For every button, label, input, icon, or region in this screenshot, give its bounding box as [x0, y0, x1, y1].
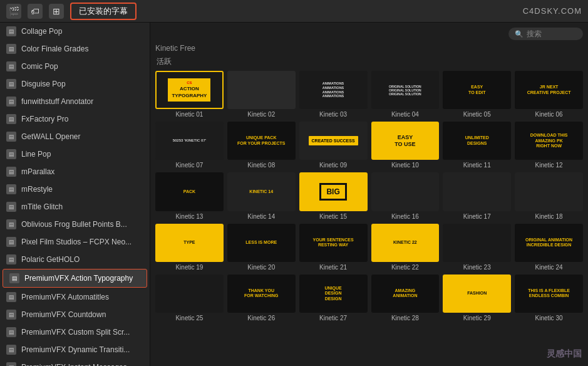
search-input[interactable]: [527, 29, 577, 38]
thumbnail-k27: UNIQUE DESIGN DESIGN: [299, 274, 368, 313]
grid-item-label: Kinetic 26: [247, 315, 275, 322]
tag-icon[interactable]: 🏷: [28, 4, 43, 19]
grid-item[interactable]: UNIQUE DESIGN DESIGNKinetic 27: [299, 274, 368, 322]
sidebar-item[interactable]: ▤PremiumVFX Instant Messages: [0, 358, 150, 366]
sidebar-item-label: Polaric GetHOLO: [21, 255, 80, 264]
sidebar-item[interactable]: ▤funwithstuff Annotator: [0, 93, 150, 110]
thumbnail-k22: Kinetic 22: [371, 224, 440, 262]
grid-item[interactable]: Kinetic 16: [371, 172, 440, 219]
grid-item[interactable]: ORIGINAL ANIMATION INCREDIBLE DESIGNKine…: [515, 224, 583, 271]
sidebar-item[interactable]: ▤PremiumVFX Automatitles: [0, 288, 150, 306]
grid-item[interactable]: EASY TO USEKinetic 10: [371, 122, 440, 169]
grid-item[interactable]: THANK YOU FOR WATCHINGKinetic 26: [227, 274, 296, 322]
sidebar-item[interactable]: ▤PremiumVFX Countdown: [0, 306, 150, 323]
grid-item[interactable]: JR NEXT CREATIVE PROJECTKinetic 06: [515, 71, 583, 118]
sidebar-item[interactable]: ▤mRestyle: [0, 180, 150, 198]
sidebar-item[interactable]: ▤Color Finale Grades: [0, 40, 150, 58]
thumbnail-k09: CREATED SUCCESS: [299, 122, 368, 160]
sidebar-item[interactable]: ▤PremiumVFX Action Typography: [3, 269, 147, 288]
kinetic-free-header: Kinetic Free: [155, 44, 583, 53]
grid-item[interactable]: BIGKinetic 15: [299, 172, 368, 219]
thumbnail-k13: PACK: [155, 172, 224, 211]
grid-icon[interactable]: ⊞: [49, 4, 64, 19]
sidebar-item[interactable]: ▤Line Pop: [0, 145, 150, 163]
grid-item-label: Kinetic 16: [391, 213, 419, 220]
grid-item[interactable]: LESS IS MOREKinetic 20: [227, 224, 296, 271]
search-wrap[interactable]: 🔍: [508, 28, 583, 40]
grid-item[interactable]: 50253 'Kinetic 07'Kinetic 07: [155, 122, 224, 169]
grid-item[interactable]: ORIGINAL SOLUTION ORIGINAL SOLUTION ORIG…: [371, 71, 440, 118]
sidebar-item[interactable]: ▤GetWALL Opener: [0, 128, 150, 145]
grid-item[interactable]: Kinetic 02: [227, 71, 296, 118]
grid-item[interactable]: AMAZING ANIMATIONKinetic 28: [371, 274, 440, 322]
sidebar-item-label: mRestyle: [21, 185, 53, 194]
grid-item-label: Kinetic 28: [391, 315, 419, 322]
thumbnail-k05: EASY TO EDIT: [443, 71, 511, 109]
grid-item-label: Kinetic 24: [535, 264, 563, 271]
grid-item[interactable]: Kinetic 14Kinetic 14: [227, 172, 296, 219]
grid-item[interactable]: Kinetic 25: [155, 274, 224, 322]
grid-item[interactable]: CSACTIONTYPOGRAPHYKinetic 01: [155, 71, 224, 118]
thumbnail-k10: EASY TO USE: [371, 122, 440, 160]
sidebar-item-label: GetWALL Opener: [21, 132, 81, 141]
grid-item[interactable]: Kinetic 17: [443, 172, 511, 219]
grid-item[interactable]: ANIMATIONS ANIMATIONS ANIMATIONS ANIMATI…: [299, 71, 368, 118]
grid-item-label: Kinetic 29: [463, 315, 491, 322]
grid-item[interactable]: YOUR SENTENCES RESTING WAYKinetic 21: [299, 224, 368, 271]
thumbnail-k26: THANK YOU FOR WATCHING: [227, 274, 296, 313]
grid-item-label: Kinetic 17: [463, 213, 491, 220]
sidebar-item[interactable]: ▤mParallax: [0, 163, 150, 180]
installed-tab[interactable]: 已安装的字幕: [70, 3, 137, 20]
sidebar-item-label: Collage Pop: [21, 27, 62, 36]
thumbnail-k03: ANIMATIONS ANIMATIONS ANIMATIONS ANIMATI…: [299, 71, 368, 109]
grid-item[interactable]: FASHIONKinetic 29: [443, 274, 511, 322]
search-icon: 🔍: [515, 30, 524, 38]
sidebar-item[interactable]: ▤mTitle Glitch: [0, 198, 150, 216]
sidebar-item-label: PremiumVFX Dynamic Transiti...: [21, 345, 130, 354]
plugin-icon: ▤: [6, 254, 16, 264]
thumbnail-k02: [227, 71, 296, 109]
grid-item[interactable]: THIS IS A FLEXIBLE ENDLESS COMBINKinetic…: [515, 274, 583, 322]
grid-item[interactable]: UNIQUE PACK FOR YOUR PROJECTSKinetic 08: [227, 122, 296, 169]
plugin-icon: ▤: [6, 97, 16, 107]
plugin-icon: ▤: [6, 292, 16, 302]
grid-item[interactable]: DOWNLOAD THIS AMAZING PK RIGHT NOWKineti…: [515, 122, 583, 169]
grid-item-label: Kinetic 02: [247, 111, 275, 118]
grid-item-label: Kinetic 22: [391, 264, 419, 271]
thumbnail-k17: [443, 172, 511, 211]
film-icon[interactable]: 🎬: [6, 4, 21, 19]
sidebar-item[interactable]: ▤Disguise Pop: [0, 75, 150, 93]
grid-item[interactable]: PACKKinetic 13: [155, 172, 224, 219]
grid-item-label: Kinetic 18: [535, 213, 563, 220]
grid-item-label: Kinetic 08: [247, 162, 275, 169]
sidebar-item[interactable]: ▤Polaric GetHOLO: [0, 251, 150, 268]
grid-item-label: Kinetic 20: [247, 264, 275, 271]
thumbnail-k21: YOUR SENTENCES RESTING WAY: [299, 224, 368, 262]
search-bar: 🔍: [155, 28, 583, 40]
sidebar-item[interactable]: ▤PremiumVFX Dynamic Transiti...: [0, 341, 150, 358]
grid-item-label: Kinetic 11: [463, 162, 491, 169]
sidebar-item-label: PremiumVFX Custom Split Scr...: [21, 328, 130, 337]
sidebar-item[interactable]: ▤Oblivious Frog Bullet Points B...: [0, 216, 150, 233]
sidebar-item[interactable]: ▤Pixel Film Studios – FCPX Neo...: [0, 233, 150, 251]
grid-item[interactable]: UNLIMITED DESIGNSKinetic 11: [443, 122, 511, 169]
grid-item[interactable]: EASY TO EDITKinetic 05: [443, 71, 511, 118]
sidebar-item-label: Disguise Pop: [21, 80, 66, 88]
grid-item[interactable]: Kinetic 18: [515, 172, 583, 219]
sidebar-item[interactable]: ▤PremiumVFX Custom Split Scr...: [0, 323, 150, 341]
grid-item-label: Kinetic 13: [175, 213, 203, 220]
sidebar-item[interactable]: ▤Comic Pop: [0, 58, 150, 75]
sidebar-item[interactable]: ▤Collage Pop: [0, 23, 150, 40]
grid-item[interactable]: CREATED SUCCESSKinetic 09: [299, 122, 368, 169]
grid-item[interactable]: Kinetic 23: [443, 224, 511, 271]
thumbnail-k12: DOWNLOAD THIS AMAZING PK RIGHT NOW: [515, 122, 583, 160]
grid-item[interactable]: Kinetic 22Kinetic 22: [371, 224, 440, 271]
thumbnail-grid: CSACTIONTYPOGRAPHYKinetic 01Kinetic 02AN…: [155, 71, 583, 322]
sidebar-item-label: PremiumVFX Action Typography: [24, 274, 133, 283]
grid-item-label: Kinetic 01: [175, 111, 203, 118]
thumbnail-k16: [371, 172, 440, 211]
sidebar-item-label: Pixel Film Studios – FCPX Neo...: [21, 238, 132, 246]
sidebar-item[interactable]: ▤FxFactory Pro: [0, 110, 150, 128]
grid-item[interactable]: TYPEKinetic 19: [155, 224, 224, 271]
thumbnail-k14: Kinetic 14: [227, 172, 296, 211]
